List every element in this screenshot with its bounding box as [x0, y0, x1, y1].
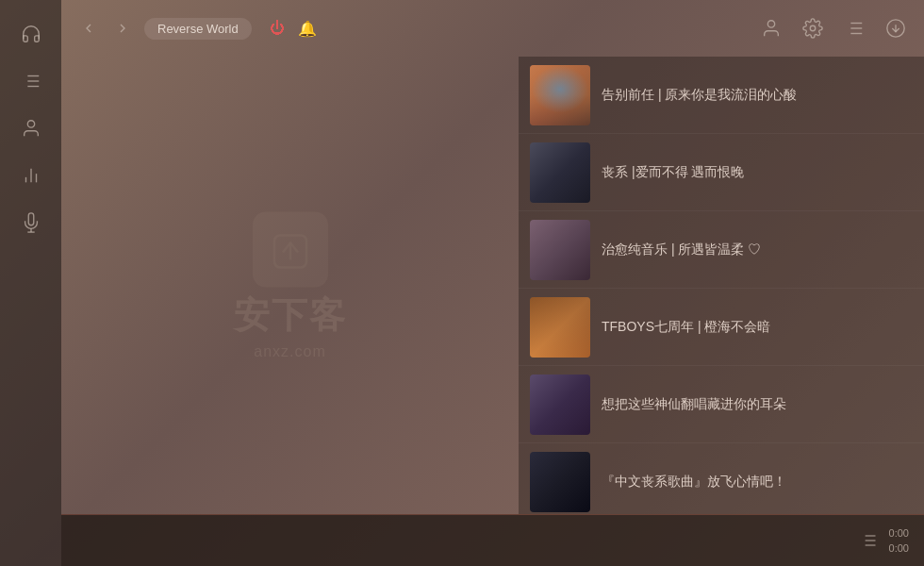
watermark-text-big: 安下客 [234, 291, 347, 339]
playlist-title-4: TFBOYS七周年 | 橙海不会暗 [602, 318, 913, 337]
bell-icon[interactable]: 🔔 [297, 18, 318, 39]
playlist-nav-icon[interactable] [16, 66, 46, 96]
watermark-icon [253, 211, 328, 287]
playlist-title-5: 想把这些神仙翻唱藏进你的耳朵 [602, 395, 913, 414]
profile-icon[interactable] [758, 15, 784, 42]
playlist-toggle-icon[interactable] [859, 531, 878, 550]
playlist-thumb-6 [530, 452, 590, 512]
topbar-center-icons: ⏻ 🔔 [267, 18, 318, 39]
time-display: 0:00 0:00 [889, 525, 909, 557]
headphones-icon[interactable] [16, 19, 46, 49]
total-time: 0:00 [889, 541, 909, 557]
playlist-item[interactable]: 告别前任 | 原来你是我流泪的心酸 [519, 57, 924, 134]
svg-point-12 [767, 21, 774, 27]
watermark: 安下客 anxz.com [234, 211, 347, 359]
topbar-right [758, 15, 909, 42]
playlist-title-2: 丧系 |爱而不得 遇而恨晚 [602, 163, 913, 182]
forward-button[interactable] [110, 16, 135, 41]
left-area: 安下客 anxz.com [61, 57, 519, 514]
power-icon[interactable]: ⏻ [267, 18, 288, 39]
back-button[interactable] [76, 16, 101, 41]
playlist-thumb-3 [530, 220, 590, 280]
player-bar: 0:00 0:00 [61, 514, 924, 566]
mic-nav-icon[interactable] [16, 208, 46, 238]
playlist-title-6: 『中文丧系歌曲』放飞心情吧！ [602, 473, 913, 491]
playlist-item[interactable]: 想把这些神仙翻唱藏进你的耳朵 [519, 366, 924, 443]
playlist-thumb-1 [530, 65, 590, 125]
playlist-thumb-4 [530, 297, 590, 358]
playlist-item[interactable]: TFBOYS七周年 | 橙海不会暗 [519, 289, 924, 366]
settings-icon[interactable] [800, 15, 826, 42]
playlist-item[interactable]: 『中文丧系歌曲』放飞心情吧！ [519, 443, 924, 514]
playlist-item[interactable]: 治愈纯音乐 | 所遇皆温柔 ♡ [519, 211, 924, 289]
main-content: Reverse World ⏻ 🔔 [61, 0, 924, 566]
person-nav-icon[interactable] [16, 113, 46, 143]
breadcrumb[interactable]: Reverse World [144, 18, 252, 40]
playlist-title-1: 告别前任 | 原来你是我流泪的心酸 [602, 86, 913, 105]
app-container: Reverse World ⏻ 🔔 [0, 0, 924, 566]
current-time: 0:00 [889, 525, 909, 541]
queue-icon[interactable] [841, 15, 867, 42]
playlist-item[interactable]: 丧系 |爱而不得 遇而恨晚 [519, 134, 924, 211]
svg-point-13 [810, 25, 816, 31]
chart-nav-icon[interactable] [16, 160, 46, 191]
playlist-thumb-2 [530, 142, 590, 203]
right-panel: 告别前任 | 原来你是我流泪的心酸丧系 |爱而不得 遇而恨晚治愈纯音乐 | 所遇… [519, 57, 924, 514]
sidebar [0, 0, 61, 566]
playlist-title-3: 治愈纯音乐 | 所遇皆温柔 ♡ [602, 241, 913, 259]
player-right: 0:00 0:00 [859, 525, 909, 557]
svg-point-6 [27, 121, 34, 127]
watermark-text-small: anxz.com [254, 342, 325, 359]
playlist-thumb-5 [530, 375, 590, 435]
download-icon[interactable] [883, 15, 909, 42]
content-area: 安下客 anxz.com 告别前任 | 原来你是我流泪的心酸丧系 |爱而不得 遇… [61, 57, 924, 514]
topbar: Reverse World ⏻ 🔔 [61, 0, 924, 57]
